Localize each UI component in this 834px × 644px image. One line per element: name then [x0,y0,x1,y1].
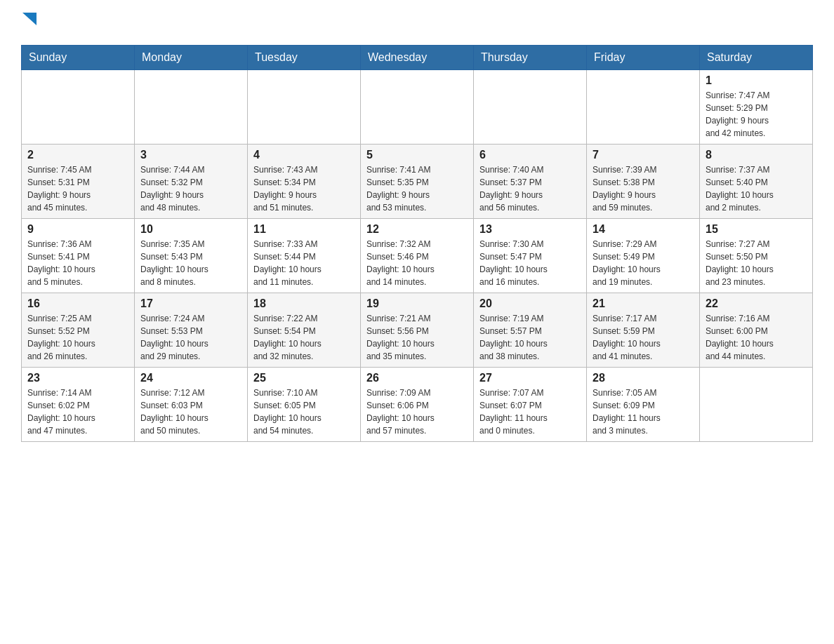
day-info: Sunrise: 7:30 AM Sunset: 5:47 PM Dayligh… [479,238,581,288]
calendar-cell: 28Sunrise: 7:05 AM Sunset: 6:09 PM Dayli… [587,368,700,442]
header-friday: Friday [587,46,700,70]
calendar-cell [474,70,587,145]
day-info: Sunrise: 7:17 AM Sunset: 5:59 PM Dayligh… [593,312,694,363]
calendar-week-row: 2Sunrise: 7:45 AM Sunset: 5:31 PM Daylig… [22,145,813,219]
calendar-cell [361,70,474,145]
svg-marker-0 [22,13,37,25]
day-number: 16 [27,297,128,310]
calendar-cell: 20Sunrise: 7:19 AM Sunset: 5:57 PM Dayli… [474,293,587,368]
day-number: 8 [706,149,807,161]
day-info: Sunrise: 7:21 AM Sunset: 5:56 PM Dayligh… [366,312,468,363]
day-number: 2 [27,149,128,161]
day-info: Sunrise: 7:41 AM Sunset: 5:35 PM Dayligh… [366,163,468,214]
day-info: Sunrise: 7:45 AM Sunset: 5:31 PM Dayligh… [27,163,128,214]
calendar-cell: 19Sunrise: 7:21 AM Sunset: 5:56 PM Dayli… [361,293,474,368]
header-tuesday: Tuesday [248,46,361,70]
calendar-cell: 2Sunrise: 7:45 AM Sunset: 5:31 PM Daylig… [22,145,135,219]
calendar-table: SundayMondayTuesdayWednesdayThursdayFrid… [21,45,813,442]
day-number: 27 [479,372,581,384]
calendar-week-row: 23Sunrise: 7:14 AM Sunset: 6:02 PM Dayli… [22,368,813,442]
day-info: Sunrise: 7:39 AM Sunset: 5:38 PM Dayligh… [593,163,694,214]
day-number: 20 [479,297,581,310]
day-info: Sunrise: 7:44 AM Sunset: 5:32 PM Dayligh… [140,163,241,214]
day-info: Sunrise: 7:36 AM Sunset: 5:41 PM Dayligh… [27,238,128,288]
day-info: Sunrise: 7:07 AM Sunset: 6:07 PM Dayligh… [479,387,581,437]
calendar-cell: 21Sunrise: 7:17 AM Sunset: 5:59 PM Dayli… [587,293,700,368]
header-wednesday: Wednesday [361,46,474,70]
day-info: Sunrise: 7:37 AM Sunset: 5:40 PM Dayligh… [706,163,807,214]
day-info: Sunrise: 7:43 AM Sunset: 5:34 PM Dayligh… [253,163,355,214]
calendar-cell [700,368,813,442]
calendar-cell: 14Sunrise: 7:29 AM Sunset: 5:49 PM Dayli… [587,219,700,293]
calendar-cell: 13Sunrise: 7:30 AM Sunset: 5:47 PM Dayli… [474,219,587,293]
day-info: Sunrise: 7:24 AM Sunset: 5:53 PM Dayligh… [140,312,241,363]
day-number: 12 [366,223,468,236]
day-number: 28 [593,372,694,384]
day-number: 1 [706,74,807,87]
logo [21,14,37,31]
day-number: 23 [27,372,128,384]
day-number: 3 [140,149,241,161]
calendar-header-row: SundayMondayTuesdayWednesdayThursdayFrid… [22,46,813,70]
day-info: Sunrise: 7:09 AM Sunset: 6:06 PM Dayligh… [366,387,468,437]
calendar-cell: 1Sunrise: 7:47 AM Sunset: 5:29 PM Daylig… [700,70,813,145]
calendar-cell: 11Sunrise: 7:33 AM Sunset: 5:44 PM Dayli… [248,219,361,293]
calendar-week-row: 16Sunrise: 7:25 AM Sunset: 5:52 PM Dayli… [22,293,813,368]
calendar-cell: 26Sunrise: 7:09 AM Sunset: 6:06 PM Dayli… [361,368,474,442]
day-info: Sunrise: 7:47 AM Sunset: 5:29 PM Dayligh… [706,89,807,140]
day-info: Sunrise: 7:10 AM Sunset: 6:05 PM Dayligh… [253,387,355,437]
calendar-cell: 15Sunrise: 7:27 AM Sunset: 5:50 PM Dayli… [700,219,813,293]
header-sunday: Sunday [22,46,135,70]
day-number: 22 [706,297,807,310]
calendar-cell: 5Sunrise: 7:41 AM Sunset: 5:35 PM Daylig… [361,145,474,219]
calendar-cell [587,70,700,145]
calendar-cell: 18Sunrise: 7:22 AM Sunset: 5:54 PM Dayli… [248,293,361,368]
day-number: 13 [479,223,581,236]
calendar-week-row: 9Sunrise: 7:36 AM Sunset: 5:41 PM Daylig… [22,219,813,293]
day-number: 11 [253,223,355,236]
day-info: Sunrise: 7:05 AM Sunset: 6:09 PM Dayligh… [593,387,694,437]
day-number: 7 [593,149,694,161]
calendar-cell: 8Sunrise: 7:37 AM Sunset: 5:40 PM Daylig… [700,145,813,219]
calendar-cell: 12Sunrise: 7:32 AM Sunset: 5:46 PM Dayli… [361,219,474,293]
day-number: 10 [140,223,241,236]
header-monday: Monday [135,46,248,70]
day-info: Sunrise: 7:22 AM Sunset: 5:54 PM Dayligh… [253,312,355,363]
day-number: 14 [593,223,694,236]
day-number: 15 [706,223,807,236]
day-info: Sunrise: 7:19 AM Sunset: 5:57 PM Dayligh… [479,312,581,363]
calendar-cell: 27Sunrise: 7:07 AM Sunset: 6:07 PM Dayli… [474,368,587,442]
calendar-cell: 9Sunrise: 7:36 AM Sunset: 5:41 PM Daylig… [22,219,135,293]
calendar-cell: 16Sunrise: 7:25 AM Sunset: 5:52 PM Dayli… [22,293,135,368]
calendar-cell: 22Sunrise: 7:16 AM Sunset: 6:00 PM Dayli… [700,293,813,368]
day-info: Sunrise: 7:29 AM Sunset: 5:49 PM Dayligh… [593,238,694,288]
header-thursday: Thursday [474,46,587,70]
calendar-cell: 23Sunrise: 7:14 AM Sunset: 6:02 PM Dayli… [22,368,135,442]
day-number: 5 [366,149,468,161]
page-header [21,14,813,31]
day-info: Sunrise: 7:14 AM Sunset: 6:02 PM Dayligh… [27,387,128,437]
calendar-cell: 7Sunrise: 7:39 AM Sunset: 5:38 PM Daylig… [587,145,700,219]
day-number: 19 [366,297,468,310]
calendar-cell: 17Sunrise: 7:24 AM Sunset: 5:53 PM Dayli… [135,293,248,368]
header-saturday: Saturday [700,46,813,70]
day-info: Sunrise: 7:27 AM Sunset: 5:50 PM Dayligh… [706,238,807,288]
day-number: 4 [253,149,355,161]
day-number: 18 [253,297,355,310]
calendar-cell: 6Sunrise: 7:40 AM Sunset: 5:37 PM Daylig… [474,145,587,219]
day-info: Sunrise: 7:40 AM Sunset: 5:37 PM Dayligh… [479,163,581,214]
calendar-cell [248,70,361,145]
calendar-cell: 3Sunrise: 7:44 AM Sunset: 5:32 PM Daylig… [135,145,248,219]
day-number: 9 [27,223,128,236]
calendar-week-row: 1Sunrise: 7:47 AM Sunset: 5:29 PM Daylig… [22,70,813,145]
calendar-cell: 10Sunrise: 7:35 AM Sunset: 5:43 PM Dayli… [135,219,248,293]
calendar-cell [22,70,135,145]
day-info: Sunrise: 7:12 AM Sunset: 6:03 PM Dayligh… [140,387,241,437]
day-info: Sunrise: 7:32 AM Sunset: 5:46 PM Dayligh… [366,238,468,288]
day-number: 6 [479,149,581,161]
day-info: Sunrise: 7:35 AM Sunset: 5:43 PM Dayligh… [140,238,241,288]
day-info: Sunrise: 7:16 AM Sunset: 6:00 PM Dayligh… [706,312,807,363]
calendar-cell: 4Sunrise: 7:43 AM Sunset: 5:34 PM Daylig… [248,145,361,219]
day-number: 21 [593,297,694,310]
day-number: 26 [366,372,468,384]
